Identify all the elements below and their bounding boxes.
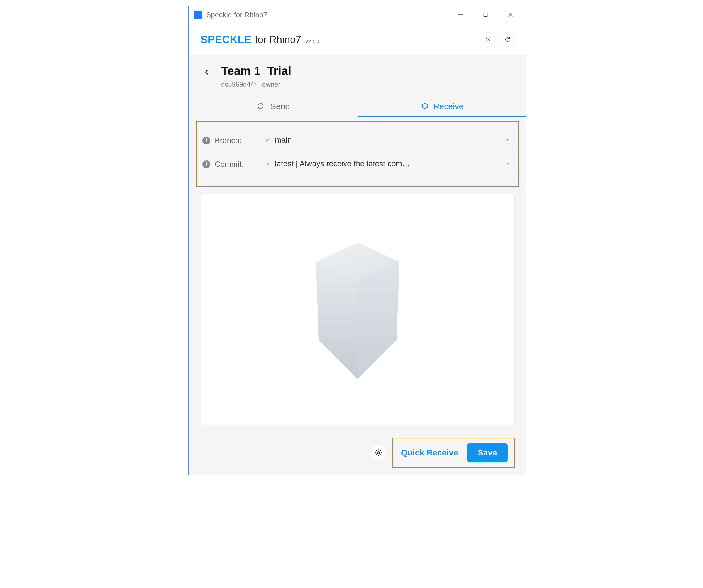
- minimize-icon: [457, 12, 463, 18]
- send-icon: [257, 102, 265, 110]
- brand-for: for Rhino7: [255, 34, 301, 46]
- close-icon: [507, 12, 514, 18]
- tab-receive[interactable]: Receive: [358, 95, 526, 117]
- titlebar-title: Speckle for Rhino7: [206, 11, 267, 19]
- maximize-button[interactable]: [473, 6, 498, 23]
- app-window: Speckle for Rhino7 SPECKLE for Rhino7 v2…: [188, 6, 526, 475]
- info-icon[interactable]: i: [203, 137, 210, 145]
- preview-3d-shape: [308, 237, 408, 382]
- svg-point-7: [267, 163, 269, 165]
- branch-row: i Branch: main: [203, 133, 513, 148]
- commit-value: latest | Always receive the latest com…: [275, 159, 501, 168]
- theme-button[interactable]: [481, 32, 495, 47]
- commit-row: i Commit: latest | Always receive the la…: [203, 157, 513, 172]
- commit-select[interactable]: latest | Always receive the latest com…: [263, 157, 513, 172]
- wand-icon: [485, 36, 491, 43]
- branch-value: main: [275, 136, 501, 145]
- tabs: Send Receive: [189, 95, 526, 117]
- info-icon[interactable]: i: [203, 160, 210, 168]
- brand-version: v2.4.0: [306, 39, 319, 45]
- gear-icon: [375, 449, 382, 456]
- commit-icon: [265, 161, 271, 167]
- brand-main: SPECKLE: [201, 34, 251, 46]
- quick-receive-button[interactable]: Quick Receive: [401, 448, 458, 457]
- commit-label: Commit:: [215, 160, 258, 169]
- header-row: SPECKLE for Rhino7 v2.4.0: [189, 23, 526, 55]
- branch-icon: [265, 137, 271, 143]
- preview-card: [201, 194, 515, 425]
- svg-rect-1: [483, 13, 487, 16]
- receive-icon: [420, 102, 428, 110]
- refresh-button[interactable]: [500, 32, 515, 47]
- window-controls: [448, 6, 523, 23]
- titlebar: Speckle for Rhino7: [189, 6, 526, 23]
- svg-point-11: [377, 451, 379, 453]
- branch-select[interactable]: main: [263, 133, 513, 148]
- svg-point-5: [269, 138, 270, 139]
- minimize-button[interactable]: [448, 6, 473, 23]
- branch-label: Branch:: [215, 136, 258, 145]
- brand: SPECKLE for Rhino7 v2.4.0: [201, 34, 319, 46]
- cube-shape-icon: [308, 237, 408, 382]
- tab-receive-label: Receive: [434, 102, 463, 111]
- close-button[interactable]: [498, 6, 523, 23]
- stream-header: Team 1_Trial dc5969d44f - owner: [189, 55, 526, 95]
- header-actions: [481, 32, 515, 47]
- back-button[interactable]: [201, 66, 213, 78]
- content-area: Team 1_Trial dc5969d44f - owner Send Rec…: [189, 55, 526, 475]
- chevron-down-icon: [505, 137, 511, 143]
- refresh-icon: [504, 36, 511, 43]
- chevron-left-icon: [204, 69, 210, 75]
- svg-point-4: [266, 138, 267, 139]
- footer-row: Quick Receive Save: [189, 433, 526, 475]
- footer-highlight: Quick Receive Save: [392, 438, 515, 468]
- tab-send[interactable]: Send: [189, 95, 358, 117]
- stream-title-block: Team 1_Trial dc5969d44f - owner: [221, 64, 291, 88]
- stream-title: Team 1_Trial: [221, 64, 291, 78]
- svg-point-6: [266, 141, 267, 142]
- app-icon: [194, 11, 202, 19]
- settings-button[interactable]: [371, 445, 386, 460]
- svg-marker-9: [316, 262, 358, 379]
- stream-meta: dc5969d44f - owner: [221, 80, 291, 88]
- receive-options-highlight: i Branch: main i Commit: latest | Always…: [196, 121, 519, 187]
- tab-send-label: Send: [270, 102, 290, 111]
- maximize-icon: [483, 12, 488, 17]
- svg-marker-10: [358, 262, 399, 379]
- save-button[interactable]: Save: [467, 443, 508, 463]
- chevron-down-icon: [505, 161, 511, 166]
